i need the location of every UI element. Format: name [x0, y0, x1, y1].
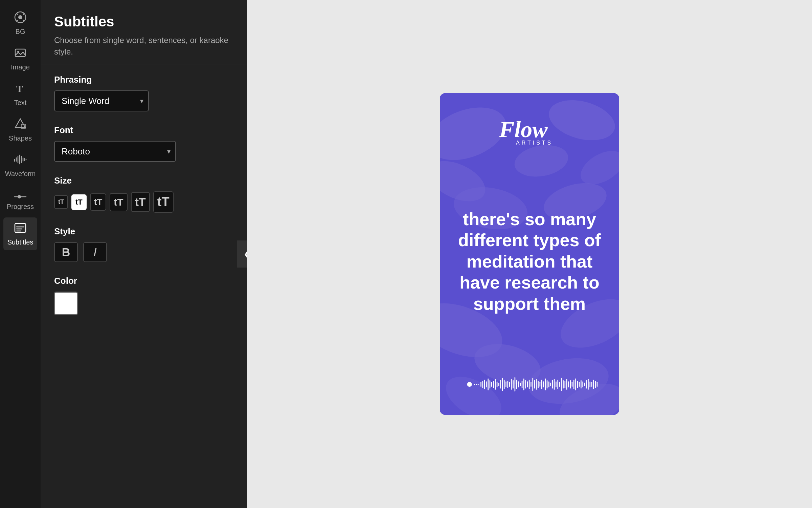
- svg-rect-80: [546, 380, 547, 389]
- font-select-wrapper: Roboto Arial Helvetica Georgia Times New…: [54, 141, 176, 162]
- svg-rect-102: [586, 380, 587, 389]
- phrasing-section: Phrasing Single Word Sentences Karaoke ▾: [54, 75, 233, 111]
- sidebar-item-progress[interactable]: Progress: [3, 185, 37, 215]
- progress-icon: [14, 189, 27, 201]
- svg-rect-67: [523, 378, 524, 390]
- sidebar-item-image[interactable]: Image: [3, 42, 37, 75]
- svg-rect-56: [503, 380, 504, 389]
- style-section: Style B I: [54, 226, 233, 262]
- svg-rect-51: [495, 379, 496, 390]
- svg-rect-88: [561, 378, 562, 391]
- svg-rect-47: [488, 378, 489, 390]
- svg-rect-92: [568, 381, 569, 387]
- svg-rect-91: [566, 379, 567, 390]
- svg-point-4: [17, 20, 18, 21]
- size-label: Size: [54, 175, 233, 186]
- panel-title: Subtitles: [54, 14, 233, 30]
- svg-rect-53: [498, 383, 499, 386]
- svg-rect-75: [538, 381, 539, 388]
- svg-rect-63: [516, 380, 517, 389]
- size-btn-l[interactable]: tT: [110, 193, 127, 211]
- sidebar-item-text[interactable]: T Text: [3, 78, 37, 111]
- svg-rect-49: [491, 382, 492, 387]
- sidebar: BG Image T Text Shapes: [0, 0, 41, 508]
- svg-text:T: T: [16, 83, 23, 94]
- size-options: tT tT tT tT tT tT: [54, 191, 233, 213]
- size-btn-xxl[interactable]: tT: [153, 191, 174, 213]
- subtitle-display: there's so many different types of medit…: [453, 209, 606, 314]
- font-select[interactable]: Roboto Arial Helvetica Georgia Times New…: [54, 141, 176, 162]
- svg-rect-68: [525, 380, 526, 389]
- svg-rect-83: [552, 380, 553, 389]
- panel-content: Phrasing Single Word Sentences Karaoke ▾…: [41, 75, 247, 315]
- preview-card: Flow ARTISTS there's so many different t…: [440, 93, 619, 415]
- svg-rect-99: [581, 380, 582, 389]
- panel-header: Subtitles Choose from single word, sente…: [41, 0, 247, 64]
- collapse-toggle[interactable]: ❮: [237, 240, 247, 268]
- svg-rect-86: [557, 380, 558, 389]
- sidebar-item-progress-label: Progress: [7, 203, 34, 211]
- svg-point-1: [18, 15, 22, 19]
- color-label: Color: [54, 276, 233, 286]
- svg-rect-81: [548, 381, 549, 387]
- size-btn-m[interactable]: tT: [90, 193, 107, 211]
- svg-point-2: [17, 14, 18, 15]
- logo-area: Flow ARTISTS: [496, 113, 563, 149]
- text-icon: T: [14, 82, 27, 97]
- sidebar-item-subtitles[interactable]: Subtitles: [3, 217, 37, 250]
- svg-rect-43: [480, 382, 481, 387]
- size-section: Size tT tT tT tT tT tT: [54, 175, 233, 213]
- svg-rect-72: [532, 378, 533, 391]
- svg-point-20: [18, 195, 21, 198]
- bold-button[interactable]: B: [54, 242, 78, 262]
- svg-rect-82: [550, 383, 551, 386]
- shapes-icon: [14, 118, 27, 132]
- svg-rect-57: [505, 381, 506, 387]
- svg-rect-87: [559, 382, 560, 387]
- svg-rect-74: [536, 379, 537, 390]
- color-section: Color: [54, 276, 233, 315]
- svg-rect-77: [541, 380, 542, 389]
- svg-rect-50: [493, 381, 494, 388]
- svg-rect-60: [511, 379, 512, 390]
- svg-rect-93: [570, 380, 571, 389]
- svg-rect-54: [500, 380, 501, 389]
- svg-rect-58: [507, 381, 508, 388]
- size-btn-xs[interactable]: tT: [54, 195, 68, 209]
- svg-text:ARTISTS: ARTISTS: [516, 140, 553, 146]
- waveform-icon: [14, 153, 27, 168]
- image-icon: [14, 46, 27, 61]
- svg-rect-100: [582, 381, 583, 387]
- svg-rect-62: [514, 377, 515, 391]
- italic-button[interactable]: I: [83, 242, 107, 262]
- svg-rect-103: [588, 379, 589, 390]
- svg-point-41: [467, 382, 472, 387]
- sidebar-item-waveform[interactable]: Waveform: [3, 149, 37, 182]
- preview-waveform: [453, 374, 606, 395]
- svg-rect-76: [539, 382, 540, 387]
- sidebar-item-text-label: Text: [14, 99, 27, 107]
- svg-rect-73: [534, 380, 535, 389]
- phrasing-label: Phrasing: [54, 75, 233, 85]
- svg-rect-90: [564, 381, 565, 388]
- phrasing-select[interactable]: Single Word Sentences Karaoke: [54, 90, 149, 111]
- svg-rect-98: [579, 382, 580, 387]
- panel-divider: [41, 64, 247, 64]
- svg-rect-107: [595, 381, 596, 388]
- sidebar-item-bg-label: BG: [16, 28, 25, 36]
- sidebar-item-subtitles-label: Subtitles: [7, 238, 33, 246]
- sidebar-item-shapes[interactable]: Shapes: [3, 113, 37, 146]
- color-swatch[interactable]: [54, 292, 78, 315]
- sidebar-item-bg[interactable]: BG: [3, 7, 37, 40]
- svg-rect-97: [577, 381, 578, 388]
- svg-rect-84: [554, 379, 555, 390]
- svg-point-5: [23, 20, 24, 21]
- svg-rect-59: [509, 382, 510, 387]
- svg-rect-65: [520, 383, 521, 386]
- svg-rect-101: [584, 383, 585, 386]
- size-btn-xl[interactable]: tT: [131, 192, 150, 212]
- size-btn-s[interactable]: tT: [71, 194, 87, 210]
- svg-rect-104: [589, 381, 590, 387]
- sidebar-item-image-label: Image: [11, 63, 30, 71]
- style-label: Style: [54, 226, 233, 237]
